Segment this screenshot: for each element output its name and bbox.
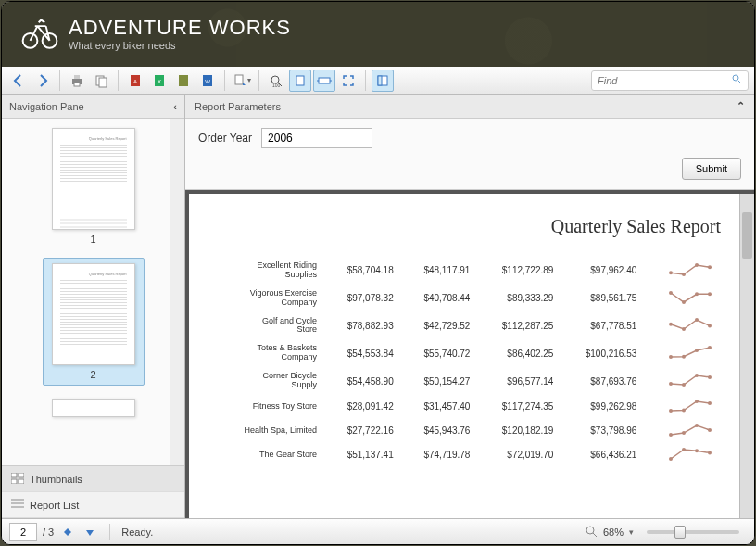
zoom-icon[interactable]: [585, 525, 598, 540]
zoom-slider[interactable]: [647, 530, 739, 534]
fit-page-button[interactable]: [289, 70, 311, 92]
zoom-100-button[interactable]: 100: [265, 70, 287, 92]
svg-point-37: [708, 324, 712, 328]
row-q2: $74,719.78: [401, 444, 476, 466]
fit-width-button[interactable]: [313, 70, 335, 92]
thumbnail-1[interactable]: Quarterly Sales Report 1: [43, 128, 145, 245]
svg-point-56: [695, 449, 699, 452]
row-q2: $55,740.72: [401, 340, 476, 366]
toggle-sidebar-button[interactable]: [372, 70, 394, 92]
row-q2: $50,154.27: [401, 368, 476, 394]
prev-page-button[interactable]: [59, 524, 76, 540]
thumbnail-3[interactable]: [43, 399, 145, 417]
viewer-vertical-scrollbar[interactable]: [739, 194, 754, 518]
export-csv-button[interactable]: [172, 70, 195, 92]
nav-pane-header: Navigation Pane ‹: [2, 95, 184, 119]
row-q4: $89,561.75: [561, 286, 642, 311]
zoom-dropdown-icon[interactable]: ▾: [629, 527, 634, 537]
svg-point-51: [682, 431, 686, 435]
svg-rect-11: [179, 75, 188, 86]
tab-report-list[interactable]: Report List: [2, 492, 184, 518]
row-q1: $54,553.84: [324, 340, 399, 366]
report-page[interactable]: Quarterly Sales Report Excellent RidingS…: [189, 194, 750, 518]
row-q2: $48,117.91: [401, 258, 476, 284]
svg-point-33: [708, 292, 712, 296]
search-icon[interactable]: [731, 73, 742, 87]
svg-rect-3: [74, 75, 80, 79]
next-page-button[interactable]: [82, 524, 98, 540]
svg-point-57: [708, 451, 712, 454]
fullscreen-button[interactable]: [337, 70, 359, 92]
svg-point-40: [695, 349, 699, 352]
params-title: Report Parameters: [195, 101, 281, 112]
status-message: Ready.: [121, 527, 153, 538]
find-input[interactable]: [598, 75, 731, 86]
brand-logo: ADVENTURE WORKS What every biker needs: [20, 14, 291, 56]
row-q3: $96,577.14: [477, 368, 559, 394]
thumbnail-2[interactable]: Quarterly Sales Report 2: [43, 258, 145, 386]
svg-point-45: [708, 375, 712, 379]
svg-point-43: [682, 383, 686, 387]
thumbnails-scrollbar[interactable]: [170, 119, 184, 465]
row-q2: $42,729.52: [401, 313, 476, 339]
nav-collapse-icon[interactable]: ‹: [173, 101, 177, 112]
svg-point-30: [669, 291, 673, 295]
export-pdf-button[interactable]: A: [124, 70, 146, 92]
svg-rect-23: [19, 473, 24, 477]
params-header: Report Parameters ⌃: [185, 95, 754, 119]
svg-rect-6: [99, 78, 107, 87]
row-q4: $100,216.53: [561, 340, 642, 366]
svg-rect-24: [11, 479, 17, 484]
svg-text:100: 100: [272, 83, 281, 88]
row-q3: $117,274.35: [477, 396, 559, 418]
row-q2: $45,943.76: [401, 420, 476, 442]
svg-point-39: [682, 355, 686, 359]
row-q4: $67,778.51: [561, 313, 642, 339]
zoom-value: 68%: [603, 527, 624, 538]
thumbnails-list: Quarterly Sales Report 1 Quarterly Sales…: [2, 119, 184, 465]
svg-point-29: [708, 265, 712, 269]
export-dropdown-button[interactable]: ▾: [231, 70, 253, 92]
svg-point-55: [682, 448, 686, 451]
svg-point-52: [695, 424, 699, 427]
report-table: Excellent RidingSupplies$58,704.18$48,11…: [219, 256, 721, 468]
row-name: Health Spa, Limited: [220, 420, 322, 442]
svg-point-35: [682, 327, 686, 331]
svg-point-47: [682, 409, 686, 413]
order-year-input[interactable]: [261, 128, 372, 148]
row-q1: $78,882.93: [324, 313, 399, 339]
export-doc-button[interactable]: W: [196, 70, 219, 92]
print-button[interactable]: [66, 70, 88, 92]
svg-point-36: [695, 318, 699, 322]
submit-button[interactable]: Submit: [682, 158, 741, 180]
svg-point-26: [669, 271, 673, 274]
params-collapse-icon[interactable]: ⌃: [737, 100, 745, 112]
brand-tagline: What every biker needs: [69, 40, 291, 51]
tab-thumbnails-label: Thumbnails: [30, 474, 82, 485]
find-wrapper: [591, 70, 749, 91]
row-name: The Gear Store: [220, 444, 322, 466]
table-row: Corner BicycleSupply$54,458.90$50,154.27…: [220, 368, 719, 394]
svg-point-48: [695, 400, 699, 403]
table-row: Excellent RidingSupplies$58,704.18$48,11…: [220, 258, 719, 284]
svg-rect-4: [74, 83, 80, 86]
tab-thumbnails[interactable]: Thumbnails: [2, 466, 184, 492]
nav-forward-button[interactable]: [32, 70, 54, 92]
row-q2: $40,708.44: [401, 286, 476, 311]
current-page-input[interactable]: [9, 523, 37, 541]
row-name: Golf and CycleStore: [220, 313, 322, 339]
row-name: Vigorous ExerciseCompany: [220, 286, 322, 311]
nav-back-button[interactable]: [7, 70, 30, 92]
order-year-label: Order Year: [198, 132, 252, 145]
export-xls-button[interactable]: X: [148, 70, 170, 92]
row-q1: $28,091.42: [324, 396, 399, 418]
report-viewer: Quarterly Sales Report Excellent RidingS…: [185, 190, 754, 518]
brand-title: ADVENTURE WORKS: [69, 18, 291, 38]
row-q3: $89,333.29: [477, 286, 559, 311]
row-name: Totes & BasketsCompany: [220, 340, 322, 366]
row-sparkline: [644, 340, 719, 366]
bicycle-icon: [20, 14, 59, 56]
copy-button[interactable]: [90, 70, 112, 92]
table-row: The Gear Store$51,137.41$74,719.78$72,01…: [220, 444, 719, 466]
row-sparkline: [644, 420, 719, 442]
